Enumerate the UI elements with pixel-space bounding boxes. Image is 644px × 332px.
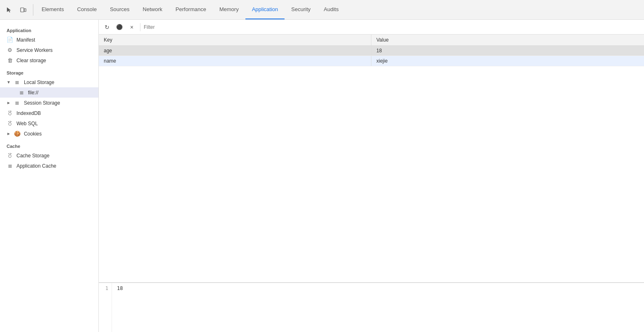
main-tabs: Elements Console Sources Network Perform… bbox=[35, 0, 641, 19]
detail-content: 18 bbox=[112, 283, 128, 332]
local-storage-label: Local Storage bbox=[24, 79, 54, 85]
clear-button[interactable]: × bbox=[127, 22, 137, 32]
application-cache-label: Application Cache bbox=[16, 163, 56, 169]
devtools-icons bbox=[3, 4, 33, 16]
device-toggle-icon[interactable] bbox=[17, 4, 29, 16]
cookies-icon: 🍪 bbox=[14, 131, 21, 137]
web-sql-icon: ⛣ bbox=[7, 120, 13, 126]
filter-input[interactable] bbox=[144, 24, 350, 30]
cell-key-age: age bbox=[99, 46, 371, 56]
sidebar-item-cookies[interactable]: ► 🍪 Cookies bbox=[0, 129, 98, 139]
indexed-db-label: IndexedDB bbox=[16, 110, 41, 116]
tab-console[interactable]: Console bbox=[70, 0, 103, 19]
sidebar-item-file[interactable]: ≣ file:// bbox=[0, 87, 98, 98]
service-workers-icon: ⚙ bbox=[7, 47, 13, 53]
block-button[interactable]: ⚫ bbox=[114, 22, 124, 32]
clear-storage-label: Clear storage bbox=[16, 58, 46, 63]
table-row[interactable]: age 18 bbox=[99, 46, 644, 56]
storage-section-label: Storage bbox=[0, 65, 98, 77]
manifest-icon: 📄 bbox=[7, 37, 13, 43]
tab-application[interactable]: Application bbox=[245, 0, 285, 19]
indexed-db-icon: ⛣ bbox=[7, 110, 13, 116]
sidebar-item-clear-storage[interactable]: 🗑 Clear storage bbox=[0, 55, 98, 65]
svg-rect-0 bbox=[21, 8, 24, 12]
session-storage-label: Session Storage bbox=[24, 100, 60, 106]
sidebar-item-session-storage[interactable]: ► ≣ Session Storage bbox=[0, 98, 98, 108]
detail-line-number: 1 bbox=[99, 283, 112, 332]
top-bar: Elements Console Sources Network Perform… bbox=[0, 0, 644, 20]
svg-rect-1 bbox=[24, 9, 26, 12]
tab-network[interactable]: Network bbox=[136, 0, 169, 19]
main-layout: Application 📄 Manifest ⚙ Service Workers… bbox=[0, 20, 644, 332]
web-sql-label: Web SQL bbox=[16, 121, 38, 126]
tab-sources[interactable]: Sources bbox=[103, 0, 136, 19]
col-header-value: Value bbox=[371, 35, 644, 45]
tab-performance[interactable]: Performance bbox=[169, 0, 212, 19]
sidebar-item-indexed-db[interactable]: ⛣ IndexedDB bbox=[0, 108, 98, 118]
cookies-label: Cookies bbox=[24, 131, 42, 137]
sidebar-item-cache-storage[interactable]: ⛣ Cache Storage bbox=[0, 150, 98, 161]
col-header-key: Key bbox=[99, 35, 371, 45]
sidebar-item-manifest[interactable]: 📄 Manifest bbox=[0, 35, 98, 45]
filter-separator bbox=[140, 23, 140, 31]
application-cache-icon: ≣ bbox=[7, 163, 13, 169]
table-header: Key Value bbox=[99, 35, 644, 46]
clear-storage-icon: 🗑 bbox=[7, 57, 13, 63]
sidebar-item-service-workers[interactable]: ⚙ Service Workers bbox=[0, 45, 98, 55]
filter-bar: ↻ ⚫ × bbox=[99, 20, 644, 35]
tab-security[interactable]: Security bbox=[285, 0, 317, 19]
sidebar-item-local-storage[interactable]: ▼ ≣ Local Storage bbox=[0, 77, 98, 87]
file-label: file:// bbox=[28, 90, 38, 96]
cell-value-name: xiejie bbox=[371, 56, 644, 66]
file-storage-icon: ≣ bbox=[18, 89, 25, 96]
cell-key-name: name bbox=[99, 56, 371, 66]
expand-local-storage-arrow[interactable]: ▼ bbox=[7, 80, 11, 84]
detail-area: 1 18 bbox=[99, 283, 644, 332]
table-body: age 18 name xiejie bbox=[99, 46, 644, 282]
storage-table: Key Value age 18 name xiejie bbox=[99, 35, 644, 283]
session-storage-icon: ≣ bbox=[14, 100, 21, 106]
cache-storage-label: Cache Storage bbox=[16, 153, 49, 159]
tab-memory[interactable]: Memory bbox=[213, 0, 245, 19]
cell-value-age: 18 bbox=[371, 46, 644, 56]
expand-cookies-arrow[interactable]: ► bbox=[7, 131, 11, 136]
table-row[interactable]: name xiejie bbox=[99, 56, 644, 66]
content-area: ↻ ⚫ × Key Value age 18 name xiejie bbox=[99, 20, 644, 332]
sidebar-item-application-cache[interactable]: ≣ Application Cache bbox=[0, 161, 98, 171]
service-workers-label: Service Workers bbox=[16, 47, 53, 53]
local-storage-icon: ≣ bbox=[14, 79, 21, 85]
cursor-icon[interactable] bbox=[3, 4, 15, 16]
application-section-label: Application bbox=[0, 23, 98, 35]
tab-elements[interactable]: Elements bbox=[35, 0, 70, 19]
sidebar-item-web-sql[interactable]: ⛣ Web SQL bbox=[0, 118, 98, 129]
sidebar: Application 📄 Manifest ⚙ Service Workers… bbox=[0, 20, 99, 332]
expand-session-storage-arrow[interactable]: ► bbox=[7, 101, 11, 105]
cache-storage-icon: ⛣ bbox=[7, 152, 13, 159]
cache-section-label: Cache bbox=[0, 139, 98, 150]
tab-audits[interactable]: Audits bbox=[317, 0, 345, 19]
manifest-label: Manifest bbox=[16, 37, 35, 43]
refresh-button[interactable]: ↻ bbox=[102, 22, 112, 32]
